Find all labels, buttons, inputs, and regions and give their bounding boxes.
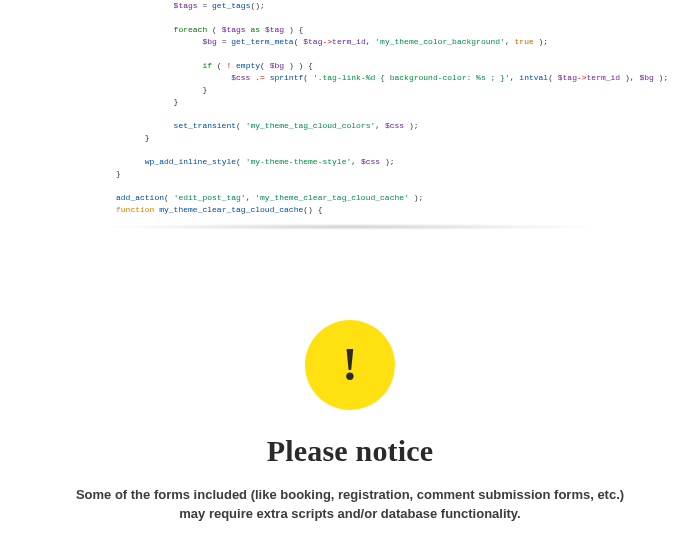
code-line: $bg = get_term_meta( $tag->term_id, 'my_… (116, 36, 584, 48)
code-token: my_theme_clear_tag_cloud_cache (159, 205, 303, 214)
code-line: if ( ! empty( $bg ) ) { (116, 60, 584, 72)
code-token: wp_add_inline_style (145, 157, 236, 166)
code-token: -> (577, 73, 587, 82)
code-token: $tag (558, 73, 577, 82)
code-token: $tag (265, 25, 284, 34)
code-token: ); (534, 37, 548, 46)
code-token: if (202, 61, 212, 70)
code-token: -> (322, 37, 332, 46)
code-token: $bg (270, 61, 284, 70)
code-line (116, 144, 584, 156)
code-token: $bg (202, 37, 216, 46)
code-token: ( (294, 37, 304, 46)
code-line (116, 108, 584, 120)
code-token: , (366, 37, 376, 46)
code-token: set_transient (174, 121, 236, 130)
code-token: ( (236, 121, 246, 130)
code-token: add_action (116, 193, 164, 202)
code-token: = (198, 1, 212, 10)
warning-icon: ! (305, 320, 395, 410)
code-token: $bg (639, 73, 653, 82)
code-token: ( (207, 25, 221, 34)
code-line: function my_theme_clear_tag_cloud_cache(… (116, 204, 584, 216)
code-line: $css .= sprintf( '.tag-link-%d { backgro… (116, 72, 584, 84)
notice-section: ! Please notice Some of the forms includ… (0, 320, 700, 524)
code-token: ) ) { (284, 61, 313, 70)
code-token (116, 49, 121, 58)
code-line (116, 48, 584, 60)
code-token: $tag (303, 37, 322, 46)
code-token: 'my_theme_color_background' (375, 37, 505, 46)
code-token: () { (303, 205, 322, 214)
code-line: } (116, 168, 584, 180)
code-line (116, 180, 584, 192)
code-line: foreach ( $tags as $tag ) { (116, 24, 584, 36)
code-token: function (116, 205, 154, 214)
code-token: 'my_theme_tag_cloud_colors' (246, 121, 376, 130)
code-token: } (116, 169, 121, 178)
code-token: ( (164, 193, 174, 202)
code-line: set_transient( 'my_theme_tag_cloud_color… (116, 120, 584, 132)
code-token: 'my-theme-theme-style' (246, 157, 352, 166)
code-token: foreach (174, 25, 208, 34)
code-token: 'edit_post_tag' (174, 193, 246, 202)
code-token: intval (519, 73, 548, 82)
code-token: } (174, 97, 179, 106)
code-token: , (510, 73, 520, 82)
code-token: ); (380, 157, 394, 166)
code-token (116, 109, 121, 118)
code-token: } (145, 133, 150, 142)
code-line: } (116, 132, 584, 144)
code-token: as (250, 25, 260, 34)
card-drop-shadow (110, 224, 590, 230)
code-block: $tags = get_tags(); foreach ( $tags as $… (110, 0, 590, 216)
code-token (116, 145, 121, 154)
code-token: (); (250, 1, 264, 10)
code-token: term_id (332, 37, 366, 46)
code-token: , (246, 193, 256, 202)
code-token: get_tags (212, 1, 250, 10)
code-token: ( (212, 61, 226, 70)
code-token: ( (548, 73, 558, 82)
code-token: get_term_meta (231, 37, 293, 46)
warning-icon-glyph: ! (342, 342, 357, 388)
code-token: empty (236, 61, 260, 70)
code-token: , (505, 37, 515, 46)
code-token (116, 13, 121, 22)
code-token: $css (385, 121, 404, 130)
code-token: true (515, 37, 534, 46)
code-token: $css (231, 73, 250, 82)
code-token: '.tag-link-%d { background-color: %s ; }… (313, 73, 510, 82)
code-line: } (116, 96, 584, 108)
code-token: .= (255, 73, 265, 82)
code-token: , (375, 121, 385, 130)
code-snippet-card: $tags = get_tags(); foreach ( $tags as $… (110, 0, 590, 230)
notice-body-line2: may require extra scripts and/or databas… (179, 506, 520, 521)
code-token: ( (303, 73, 313, 82)
code-token: term_id (587, 73, 621, 82)
code-line: wp_add_inline_style( 'my-theme-theme-sty… (116, 156, 584, 168)
notice-body-line1: Some of the forms included (like booking… (76, 487, 624, 502)
notice-body: Some of the forms included (like booking… (30, 486, 670, 524)
code-token: ( (236, 157, 246, 166)
code-token: 'my_theme_clear_tag_cloud_cache' (255, 193, 409, 202)
code-line (116, 12, 584, 24)
code-token: ); (404, 121, 418, 130)
code-line: $tags = get_tags(); (116, 0, 584, 12)
notice-title: Please notice (0, 434, 700, 468)
code-line: } (116, 84, 584, 96)
code-token: ) { (284, 25, 303, 34)
code-token: $tags (174, 1, 198, 10)
code-token: } (202, 85, 207, 94)
code-token: $css (361, 157, 380, 166)
code-token: = (217, 37, 231, 46)
code-token: , (351, 157, 361, 166)
code-token: ), (620, 73, 639, 82)
code-token: $tags (222, 25, 246, 34)
code-line: add_action( 'edit_post_tag', 'my_theme_c… (116, 192, 584, 204)
code-token: ); (654, 73, 668, 82)
code-token: sprintf (270, 73, 304, 82)
code-token: ( (260, 61, 270, 70)
code-token: ); (409, 193, 423, 202)
code-token (116, 181, 121, 190)
